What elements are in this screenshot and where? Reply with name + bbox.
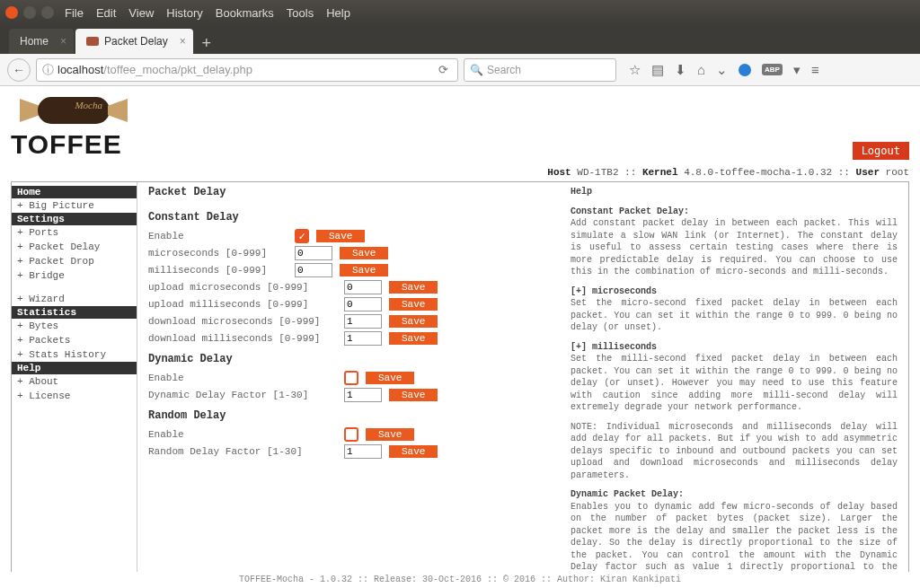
tab-packet-delay[interactable]: Packet Delay × xyxy=(75,29,193,54)
constant-row-label: download microseconds [0-999] xyxy=(148,316,337,327)
search-placeholder: Search xyxy=(487,64,521,76)
close-icon[interactable]: × xyxy=(60,35,66,48)
constant-row-label: upload microseconds [0-999] xyxy=(148,282,337,293)
back-button[interactable]: ← xyxy=(7,58,31,82)
save-button[interactable]: Save xyxy=(389,389,438,401)
dynamic-factor-label: Dynamic Delay Factor [1-30] xyxy=(148,390,337,400)
window-controls xyxy=(5,6,54,19)
brand-name: TOFFEE xyxy=(11,129,137,160)
clipboard-icon[interactable]: ▤ xyxy=(651,62,664,78)
logo: TOFFEE xyxy=(11,93,137,160)
save-button[interactable]: Save xyxy=(316,230,365,242)
reload-icon[interactable]: ⟳ xyxy=(438,63,452,76)
window-minimize-icon[interactable] xyxy=(23,6,36,19)
save-button[interactable]: Save xyxy=(340,264,388,276)
save-button[interactable]: Save xyxy=(389,445,438,458)
main-panel: Home+ Big PictureSettings+ Ports+ Packet… xyxy=(11,181,909,572)
help-paragraph: Dynamic Packet Delay:Enables you to dyna… xyxy=(571,488,898,572)
help-paragraph: Constant Packet Delay:Add constant packe… xyxy=(571,206,898,278)
constant-row-label: microseconds [0-999] xyxy=(148,248,288,259)
sidebar-header[interactable]: Help xyxy=(12,362,137,374)
save-button[interactable]: Save xyxy=(389,332,438,345)
constant-row-input[interactable] xyxy=(344,331,382,346)
url-field[interactable]: ⓘ localhost/toffee_mocha/pkt_delay.php ⟳ xyxy=(36,58,458,82)
dynamic-factor-input[interactable] xyxy=(344,388,382,402)
sidebar-header[interactable]: Home xyxy=(12,186,137,198)
url-host: localhost xyxy=(58,63,103,76)
globe-icon[interactable] xyxy=(739,64,751,76)
chevron-down-icon[interactable]: ▾ xyxy=(793,62,801,78)
help-paragraph: NOTE: Individual microseconds and millis… xyxy=(571,421,898,482)
pocket-icon[interactable]: ⌄ xyxy=(716,62,728,78)
save-button[interactable]: Save xyxy=(366,372,414,384)
new-tab-button[interactable]: + xyxy=(195,32,218,54)
constant-row-label: upload milliseconds [0-999] xyxy=(148,299,337,310)
menu-help[interactable]: Help xyxy=(326,6,350,20)
sidebar-item[interactable]: + Packets xyxy=(12,333,137,347)
hamburger-icon[interactable]: ≡ xyxy=(811,62,819,77)
menu-history[interactable]: History xyxy=(166,6,202,20)
save-button[interactable]: Save xyxy=(366,428,414,441)
menu-edit[interactable]: Edit xyxy=(96,6,116,20)
save-button[interactable]: Save xyxy=(389,281,438,294)
constant-row-input[interactable] xyxy=(295,263,332,277)
logout-button[interactable]: Logout xyxy=(853,142,909,160)
constant-enable-label: Enable xyxy=(148,231,288,241)
sidebar-item[interactable]: + Packet Delay xyxy=(12,240,137,254)
save-button[interactable]: Save xyxy=(389,315,438,328)
urlbar-row: ← ⓘ localhost/toffee_mocha/pkt_delay.php… xyxy=(0,54,920,86)
menubar: File Edit View History Bookmarks Tools H… xyxy=(65,6,350,20)
sidebar-item[interactable]: + Bridge xyxy=(12,268,137,283)
menu-bookmarks[interactable]: Bookmarks xyxy=(216,6,274,20)
save-button[interactable]: Save xyxy=(389,298,438,311)
constant-enable-checkbox[interactable] xyxy=(295,229,309,243)
tab-label: Packet Delay xyxy=(104,35,168,48)
sidebar-item[interactable]: + Packet Drop xyxy=(12,254,137,268)
random-factor-input[interactable] xyxy=(344,444,382,459)
search-icon: 🔍 xyxy=(470,64,483,76)
menu-view[interactable]: View xyxy=(128,6,154,20)
window-maximize-icon[interactable] xyxy=(41,6,54,19)
random-factor-label: Random Delay Factor [1-30] xyxy=(148,446,337,457)
menu-file[interactable]: File xyxy=(65,6,84,20)
constant-title: Constant Delay xyxy=(148,211,553,224)
menu-tools[interactable]: Tools xyxy=(287,6,314,20)
sidebar-item[interactable]: + Ports xyxy=(12,225,137,240)
sidebar-header[interactable]: Statistics xyxy=(12,306,137,319)
host-line: Host WD-1TB2 :: Kernel 4.8.0-toffee-moch… xyxy=(11,167,909,178)
download-icon[interactable]: ⬇ xyxy=(675,62,686,78)
window-close-icon[interactable] xyxy=(5,6,18,19)
random-enable-label: Enable xyxy=(148,429,337,440)
sidebar-item[interactable]: + Stats History xyxy=(12,347,137,362)
sidebar-item[interactable]: + Big Picture xyxy=(12,198,137,213)
help-column: Help Constant Packet Delay:Add constant … xyxy=(571,186,898,572)
tab-home[interactable]: Home × xyxy=(9,29,74,54)
sidebar-item[interactable]: + Bytes xyxy=(12,319,137,333)
constant-row-input[interactable] xyxy=(295,246,332,260)
constant-row-input[interactable] xyxy=(344,314,382,329)
sidebar-item[interactable]: + Wizard xyxy=(12,292,137,306)
sidebar-header[interactable]: Settings xyxy=(12,213,137,225)
dynamic-enable-checkbox[interactable] xyxy=(344,371,358,385)
help-paragraph: [+] millisecondsSet the milli-second fix… xyxy=(571,341,898,414)
sidebar-item[interactable]: + About xyxy=(12,374,137,389)
close-icon[interactable]: × xyxy=(180,35,186,48)
star-icon[interactable]: ☆ xyxy=(629,62,641,78)
page: TOFFEE Logout Host WD-1TB2 :: Kernel 4.8… xyxy=(0,86,920,572)
tab-label: Home xyxy=(20,35,49,48)
constant-row-label: download milliseconds [0-999] xyxy=(148,333,337,344)
random-enable-checkbox[interactable] xyxy=(344,427,358,442)
footer: TOFFEE-Mocha - 1.0.32 :: Release: 30-Oct… xyxy=(0,572,920,588)
constant-row-input[interactable] xyxy=(344,297,382,312)
random-title: Random Delay xyxy=(148,409,553,422)
sidebar: Home+ Big PictureSettings+ Ports+ Packet… xyxy=(12,182,137,572)
content: Packet Delay Constant Delay Enable Save … xyxy=(137,182,908,572)
constant-row-input[interactable] xyxy=(344,280,382,294)
sidebar-item[interactable]: + License xyxy=(12,389,137,403)
titlebar: File Edit View History Bookmarks Tools H… xyxy=(0,0,920,25)
home-icon[interactable]: ⌂ xyxy=(697,62,705,77)
abp-icon[interactable]: ABP xyxy=(762,64,783,75)
save-button[interactable]: Save xyxy=(340,247,388,259)
search-field[interactable]: 🔍 Search xyxy=(464,58,616,82)
dynamic-enable-label: Enable xyxy=(148,373,337,383)
